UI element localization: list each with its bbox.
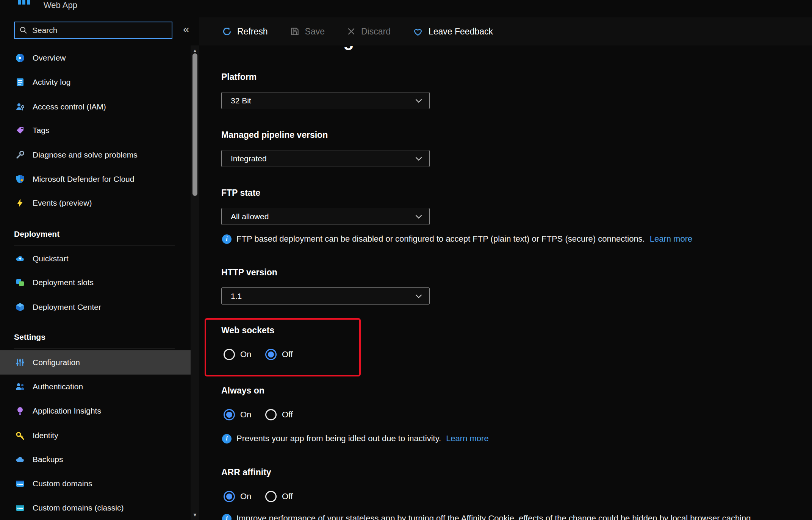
arr-affinity-radio-group: On Off	[224, 491, 295, 502]
sidebar-item-configuration[interactable]: Configuration	[0, 350, 191, 375]
always-on-off-radio[interactable]	[265, 409, 277, 420]
sidebar-item-deployment-slots[interactable]: Deployment slots	[0, 270, 191, 295]
activity-log-icon	[15, 77, 25, 87]
arr-affinity-on-radio[interactable]	[224, 491, 235, 502]
scroll-up-arrow[interactable]: ▲	[191, 48, 199, 53]
ftp-state-dropdown[interactable]: All allowed	[221, 208, 430, 225]
always-on-on-radio[interactable]	[224, 409, 235, 420]
sidebar-item-tags[interactable]: Tags	[0, 118, 191, 142]
sidebar-item-overview[interactable]: Overview	[0, 46, 191, 70]
http-version-dropdown[interactable]: 1.1	[221, 287, 430, 305]
sidebar-item-identity[interactable]: Identity	[0, 423, 191, 448]
save-label: Save	[305, 27, 325, 37]
discard-x-icon	[347, 27, 356, 36]
save-icon	[290, 27, 300, 36]
sidebar-item-deployment-center[interactable]: Deployment Center	[0, 295, 191, 319]
sidebar-item-label: Quickstart	[33, 254, 69, 263]
sidebar-item-label: Backups	[33, 455, 63, 464]
chevron-down-icon	[415, 98, 422, 103]
sidebar-item-backups[interactable]: Backups	[0, 447, 191, 472]
info-icon: i	[222, 514, 232, 520]
discard-button[interactable]: Discard	[347, 27, 391, 37]
web-sockets-off-radio[interactable]	[265, 349, 277, 360]
sidebar-item-label: Configuration	[33, 358, 80, 367]
sidebar-item-application-insights[interactable]: Application Insights	[0, 399, 191, 423]
platform-label: Platform	[221, 72, 257, 82]
always-on-info-row: i Prevents your app from being idled out…	[222, 434, 489, 443]
sidebar-item-activity-log[interactable]: Activity log	[0, 70, 191, 94]
radio-on-label: On	[240, 410, 253, 420]
sidebar-item-label: Identity	[33, 431, 58, 440]
info-icon: i	[222, 434, 232, 443]
ftp-state-value: All allowed	[231, 212, 269, 221]
always-on-radio-group: On Off	[224, 409, 295, 420]
sidebar-item-label: Diagnose and solve problems	[33, 150, 138, 159]
radio-on-label: On	[240, 350, 253, 359]
pipeline-value: Integrated	[231, 154, 267, 163]
always-on-label: Always on	[221, 386, 264, 396]
platform-value: 32 Bit	[231, 96, 251, 105]
pipeline-dropdown[interactable]: Integrated	[221, 150, 430, 167]
leave-feedback-button[interactable]: Leave Feedback	[413, 27, 493, 37]
platform-dropdown[interactable]: 32 Bit	[221, 92, 430, 109]
search-icon	[19, 26, 28, 34]
overview-icon	[15, 53, 25, 63]
sidebar-item-label: Access control (IAM)	[33, 102, 106, 111]
cloud-icon	[15, 454, 25, 464]
sidebar-item-label: Events (preview)	[33, 198, 92, 208]
leave-feedback-label: Leave Feedback	[429, 27, 493, 37]
diagnose-icon	[15, 150, 25, 160]
arr-affinity-label: ARR affinity	[221, 467, 271, 478]
collapse-sidebar-button[interactable]: «	[183, 23, 189, 36]
lightbulb-icon	[15, 406, 25, 416]
chevron-down-icon	[415, 214, 422, 219]
access-control-icon	[15, 102, 25, 112]
deployment-center-icon	[15, 302, 25, 312]
pipeline-label: Managed pipeline version	[221, 130, 328, 140]
radio-off-label: Off	[282, 492, 295, 501]
web-sockets-on-radio[interactable]	[224, 349, 235, 360]
learn-more-link[interactable]: Learn more	[446, 434, 489, 443]
sidebar-item-label: Deployment slots	[33, 278, 94, 287]
radio-off-label: Off	[282, 350, 295, 359]
sidebar: Web App « Overview	[0, 0, 191, 520]
search-input[interactable]	[31, 25, 167, 35]
info-icon: i	[222, 234, 232, 244]
http-version-label: HTTP version	[221, 267, 277, 278]
tags-icon	[15, 125, 25, 135]
ftp-info-row: i FTP based deployment can be disabled o…	[222, 234, 692, 244]
http-version-value: 1.1	[231, 292, 242, 301]
section-heading-clipped: Platform settings	[221, 46, 509, 53]
section-heading: Platform settings	[221, 46, 509, 50]
ftp-state-label: FTP state	[221, 188, 260, 198]
section-header-label: Deployment	[14, 230, 59, 239]
sidebar-item-custom-domains-classic[interactable]: Custom domains (classic)	[0, 496, 191, 520]
sidebar-scrollbar[interactable]: ▲ ▼	[191, 45, 199, 520]
scrollbar-thumb[interactable]	[192, 53, 197, 196]
key-icon	[15, 431, 25, 440]
scroll-down-arrow[interactable]: ▼	[191, 512, 199, 518]
arr-affinity-info-text: Improve performance of your stateless ap…	[236, 514, 753, 520]
sidebar-item-authentication[interactable]: Authentication	[0, 375, 191, 399]
web-app-icon	[17, 0, 32, 8]
radio-off-label: Off	[282, 410, 295, 420]
sidebar-item-diagnose[interactable]: Diagnose and solve problems	[0, 143, 191, 167]
authentication-icon	[15, 382, 25, 392]
chevron-down-icon	[415, 156, 422, 161]
sidebar-item-label: Application Insights	[33, 406, 101, 415]
sidebar-item-defender[interactable]: Microsoft Defender for Cloud	[0, 167, 191, 191]
sidebar-item-access-control[interactable]: Access control (IAM)	[0, 95, 191, 119]
radio-on-label: On	[240, 492, 253, 501]
app-name: Web App	[44, 0, 77, 11]
arr-affinity-off-radio[interactable]	[265, 491, 277, 502]
learn-more-link[interactable]: Learn more	[650, 234, 693, 244]
refresh-button[interactable]: Refresh	[222, 27, 268, 37]
sidebar-item-custom-domains[interactable]: Custom domains	[0, 472, 191, 496]
sidebar-item-label: Deployment Center	[33, 303, 101, 312]
sidebar-item-quickstart[interactable]: Quickstart	[0, 247, 191, 271]
save-button[interactable]: Save	[290, 27, 325, 37]
lightning-icon	[15, 198, 25, 208]
sidebar-item-label: Tags	[33, 126, 49, 135]
sidebar-item-events[interactable]: Events (preview)	[0, 191, 191, 215]
defender-shield-icon	[15, 174, 25, 184]
